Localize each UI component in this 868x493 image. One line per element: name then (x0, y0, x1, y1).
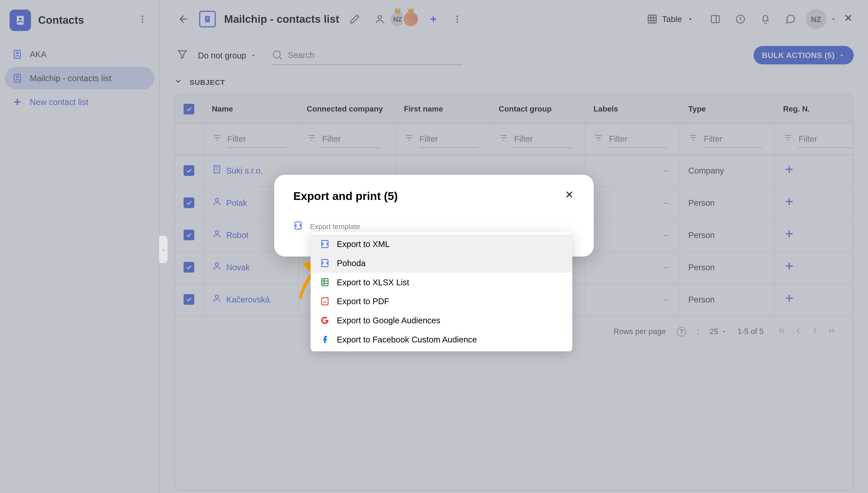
export-option-3[interactable]: Export to PDF (311, 292, 572, 311)
export-option-2[interactable]: Export to XLSX List (311, 273, 572, 292)
export-option-1[interactable]: Pohoda (311, 254, 572, 273)
export-option-label: Pohoda (337, 258, 366, 268)
xml-icon (320, 239, 329, 249)
modal-title: Export and print (5) (293, 190, 398, 202)
export-option-label: Export to PDF (337, 296, 389, 306)
svg-rect-28 (322, 298, 328, 305)
export-option-label: Export to XLSX List (337, 278, 409, 287)
xml-icon (320, 258, 329, 268)
export-option-5[interactable]: Export to Facebook Custom Audience (311, 330, 572, 349)
template-label: Export template (310, 222, 360, 231)
modal-close-button[interactable] (564, 189, 575, 203)
fb-icon (320, 335, 329, 344)
xml-icon (293, 221, 303, 233)
svg-rect-27 (322, 279, 328, 286)
xlsx-icon (320, 278, 329, 287)
export-option-label: Export to Facebook Custom Audience (337, 335, 477, 344)
export-option-4[interactable]: Export to Google Audiences (311, 311, 572, 330)
pdf-icon (320, 296, 329, 306)
export-option-0[interactable]: Export to XML (311, 234, 572, 254)
export-option-label: Export to XML (337, 239, 390, 249)
google-icon (320, 316, 329, 325)
export-option-label: Export to Google Audiences (337, 316, 440, 325)
export-dropdown: Export to XMLPohodaExport to XLSX ListEx… (311, 232, 572, 351)
sidebar-collapse-handle[interactable]: ‹ (159, 236, 167, 263)
